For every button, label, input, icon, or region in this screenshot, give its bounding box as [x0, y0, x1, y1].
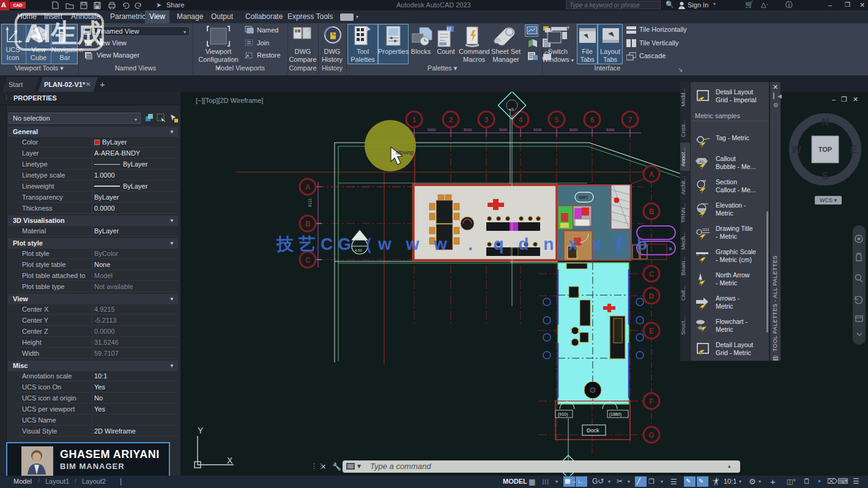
svg-text:A: A	[305, 183, 311, 192]
svg-text:E: E	[649, 327, 654, 336]
svg-text:Y: Y	[198, 426, 204, 435]
svg-text:D: D	[649, 292, 655, 301]
svg-text:C: C	[649, 270, 655, 279]
svg-text:TOP: TOP	[818, 146, 832, 153]
svg-text:5000: 5000	[569, 128, 578, 132]
svg-text:▲N: ▲N	[508, 107, 514, 111]
svg-text:5000: 5000	[464, 128, 472, 132]
svg-text:F: F	[649, 397, 653, 406]
svg-text:6: 6	[590, 116, 595, 124]
svg-text:1: 1	[412, 116, 417, 124]
svg-text:B: B	[305, 220, 311, 228]
svg-text:C: C	[305, 256, 311, 265]
svg-text:5: 5	[555, 116, 559, 124]
svg-text:2: 2	[449, 116, 453, 124]
svg-text:(1880): (1880)	[609, 412, 621, 417]
svg-text:4: 4	[519, 116, 523, 124]
svg-text:5000: 5000	[499, 128, 508, 132]
svg-text:G: G	[648, 431, 654, 440]
svg-text:W: W	[792, 144, 802, 156]
svg-text:5000: 5000	[533, 128, 542, 132]
svg-text:5000: 5000	[428, 128, 436, 132]
svg-text:X: X	[227, 456, 233, 465]
svg-text:A: A	[649, 170, 655, 179]
svg-text:N: N	[822, 116, 829, 128]
svg-text:E: E	[850, 144, 857, 156]
svg-text:Dock: Dock	[587, 427, 599, 434]
svg-text:S: S	[822, 170, 828, 182]
svg-text:7: 7	[628, 116, 632, 124]
svg-text:WIFI: WIFI	[579, 195, 588, 200]
svg-text:B: B	[649, 208, 655, 216]
svg-text:2023: 2023	[702, 228, 709, 231]
svg-text:8111: 8111	[308, 198, 312, 207]
svg-text:(910): (910)	[558, 412, 568, 417]
svg-text:A1: A1	[699, 160, 704, 163]
svg-text:3: 3	[484, 116, 489, 124]
svg-text:5000: 5000	[606, 128, 615, 132]
